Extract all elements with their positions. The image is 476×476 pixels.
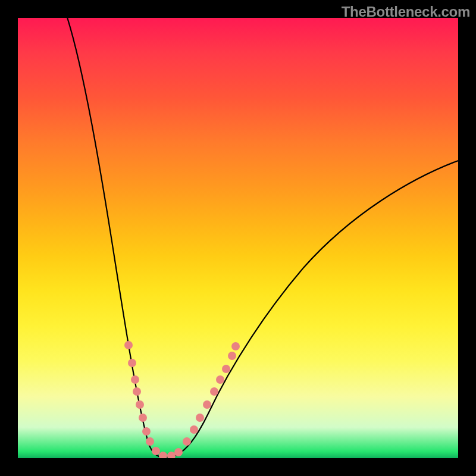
svg-point-2 — [131, 375, 139, 384]
svg-point-15 — [203, 400, 211, 409]
watermark-text: TheBottleneck.com — [342, 4, 470, 20]
svg-point-16 — [210, 387, 218, 396]
plot-area — [18, 18, 458, 458]
svg-point-11 — [174, 448, 183, 456]
svg-point-13 — [190, 425, 198, 434]
svg-point-6 — [142, 427, 151, 436]
svg-point-9 — [159, 452, 167, 458]
svg-point-10 — [167, 452, 176, 458]
svg-point-1 — [128, 359, 136, 367]
svg-point-7 — [146, 437, 154, 446]
svg-point-18 — [222, 365, 230, 373]
svg-point-0 — [124, 341, 133, 349]
chart-svg — [18, 18, 458, 458]
curve-right — [173, 161, 458, 457]
svg-point-8 — [152, 447, 160, 455]
svg-point-14 — [196, 414, 204, 422]
svg-point-20 — [231, 342, 240, 350]
svg-point-3 — [133, 387, 141, 396]
svg-point-17 — [216, 375, 224, 384]
svg-point-12 — [183, 437, 191, 446]
curve-left — [65, 18, 161, 457]
scatter-points — [124, 341, 240, 458]
svg-point-4 — [136, 400, 144, 409]
svg-point-5 — [139, 414, 147, 422]
svg-point-19 — [228, 352, 236, 360]
